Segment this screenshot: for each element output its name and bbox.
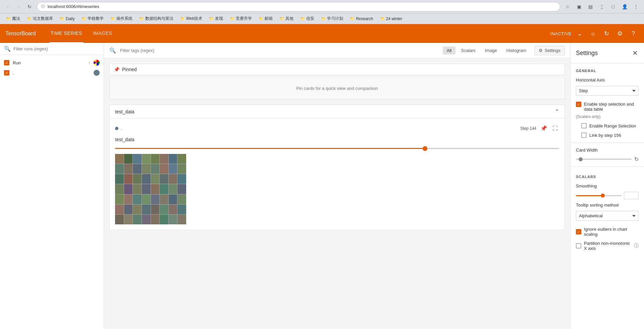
app-container: TensorBoard TIME SERIES IMAGES INACTIVE …: [0, 24, 644, 329]
bookmark-winter[interactable]: 📁 24 winter: [377, 15, 405, 22]
smoothing-value-input[interactable]: 0.6: [624, 192, 639, 199]
sidebar-search-input[interactable]: [13, 46, 100, 51]
bookmark-learning[interactable]: 📁 学习计划: [318, 15, 346, 22]
settings-icon-button[interactable]: ⚙: [614, 28, 625, 39]
forward-button[interactable]: →: [14, 2, 23, 11]
tab-images[interactable]: IMAGES: [92, 24, 113, 43]
bookmark-papers[interactable]: 📁 论文数据库: [24, 15, 56, 22]
help-button[interactable]: ?: [628, 28, 639, 39]
run-checkbox-dot[interactable]: [4, 70, 9, 75]
group-test-data-header[interactable]: test_data ⌃: [110, 105, 565, 118]
img-cell: [177, 205, 186, 214]
bookmark-label: 魔法: [12, 16, 20, 21]
bookmark-email[interactable]: 📁 邮箱: [256, 15, 275, 22]
card-width-reset-button[interactable]: ↻: [634, 156, 639, 162]
img-cell: [124, 205, 133, 214]
reload-button[interactable]: ↻: [25, 2, 34, 11]
run-item-dot[interactable]: .: [0, 68, 104, 78]
ignore-outliers-checkbox[interactable]: [576, 229, 581, 234]
img-cell: [151, 154, 160, 164]
step-slider[interactable]: [115, 148, 559, 149]
ext-button-4[interactable]: □: [608, 2, 618, 11]
address-bar[interactable]: ⓘ localhost:6006/#timeseries: [37, 2, 560, 11]
ignore-outliers-row[interactable]: Ignore outliers in chart scaling: [571, 225, 644, 239]
bookmark-research[interactable]: 📁 Research: [347, 15, 376, 22]
enable-step-row[interactable]: Enable step selection and data table: [571, 100, 644, 114]
tags-search-input[interactable]: [120, 48, 439, 53]
pin-icon: 📌: [114, 67, 119, 72]
link-by-step-row[interactable]: Link by step 156: [571, 130, 644, 140]
star-button[interactable]: ☆: [563, 2, 572, 11]
img-cell: [169, 195, 177, 204]
pinned-section-header[interactable]: 📌 Pinned: [109, 64, 565, 75]
run-checkbox-run[interactable]: [4, 60, 9, 65]
run-item-run[interactable]: Run ↑: [0, 58, 104, 68]
img-cell: [151, 184, 160, 194]
url-text: localhost:6006/#timeseries: [48, 4, 99, 9]
ext-button-2[interactable]: ▤: [586, 2, 595, 11]
bookmarks-bar: 📁 魔法 📁 论文数据库 📁 Daily 📁 学校教学 📁 操作系统 📁 数据结…: [0, 13, 644, 24]
partition-checkbox[interactable]: [576, 243, 581, 249]
bookmark-daily[interactable]: 📁 Daily: [57, 15, 77, 22]
img-cell: [177, 164, 186, 174]
horizontal-axis-select[interactable]: Step Relative Wall: [576, 86, 639, 96]
ext-button-3[interactable]: ⌶: [597, 2, 606, 11]
bookmark-magic[interactable]: 📁 魔法: [3, 15, 23, 22]
image-card-test-data: . Step 144 📌 ⛶ test_data: [110, 118, 565, 230]
refresh-button[interactable]: ↻: [601, 28, 612, 39]
enable-range-row[interactable]: Enable Range Selection: [571, 121, 644, 130]
bookmark-label: 数据结构与算法: [145, 16, 173, 21]
card-width-slider-container: ↻: [571, 155, 644, 164]
bookmark-os[interactable]: 📁 操作系统: [108, 15, 135, 22]
img-cell: [115, 184, 124, 194]
card-width-slider[interactable]: [576, 159, 632, 160]
tab-time-series[interactable]: TIME SERIES: [49, 24, 84, 43]
img-cell: [124, 164, 133, 174]
bookmark-other[interactable]: 📁 其他: [277, 15, 296, 22]
enable-step-checkbox[interactable]: [576, 102, 581, 107]
ext-button-1[interactable]: ▣: [574, 2, 584, 11]
bookmark-discover[interactable]: 📁 发现: [206, 15, 226, 22]
pin-card-button[interactable]: 📌: [539, 124, 548, 133]
img-cell: [169, 164, 177, 174]
filter-tab-all[interactable]: All: [443, 47, 455, 54]
img-cell: [177, 184, 186, 194]
bookmark-web[interactable]: 📁 Web技术: [177, 15, 205, 22]
filter-tab-scalars[interactable]: Scalars: [457, 47, 479, 54]
img-cell: [115, 164, 124, 174]
brightness-button[interactable]: ☼: [588, 28, 598, 39]
filter-tab-histogram[interactable]: Histogram: [502, 47, 530, 54]
card-run-dot: [115, 127, 118, 130]
img-cell: [142, 174, 151, 184]
profile-button[interactable]: 👤: [620, 2, 629, 11]
enable-range-checkbox[interactable]: [581, 123, 587, 128]
folder-icon: 📁: [139, 16, 144, 21]
img-cell: [133, 215, 142, 224]
settings-close-button[interactable]: ✕: [632, 48, 639, 58]
menu-button[interactable]: ⋮: [631, 2, 641, 11]
bookmark-competition[interactable]: 📁 竞赛升学: [227, 15, 255, 22]
expand-card-button[interactable]: ⛶: [551, 124, 559, 133]
inactive-badge: INACTIVE: [550, 31, 572, 36]
bookmark-school[interactable]: 📁 学校教学: [79, 15, 106, 22]
run-color-dot-run: [94, 60, 100, 66]
collapse-icon: ⌃: [555, 108, 559, 115]
group-test-data: test_data ⌃ . Step 144 📌: [109, 105, 565, 230]
filter-tab-image[interactable]: Image: [481, 47, 501, 54]
bookmark-label: 竞赛升学: [236, 16, 252, 21]
img-cell: [115, 195, 124, 204]
img-cell: [160, 174, 168, 184]
tooltip-sorting-select[interactable]: Alphabetical Ascending Descending Defaul…: [576, 211, 639, 221]
chevron-down-button[interactable]: ⌄: [574, 28, 585, 39]
bookmark-security[interactable]: 📁 信安: [298, 15, 317, 22]
bookmark-ds[interactable]: 📁 数据结构与算法: [137, 15, 176, 22]
img-cell: [115, 205, 124, 214]
back-button[interactable]: ←: [3, 2, 13, 11]
settings-button[interactable]: ⚙ Settings: [534, 46, 565, 55]
img-cell: [142, 164, 151, 174]
smoothing-slider[interactable]: [576, 195, 621, 196]
link-by-step-checkbox[interactable]: [581, 132, 587, 138]
partition-row[interactable]: Partition non-monotonic X axis ⓘ: [571, 239, 644, 253]
app-logo: TensorBoard: [5, 31, 36, 37]
tooltip-sorting-row: Tooltip sorting method: [571, 201, 644, 210]
